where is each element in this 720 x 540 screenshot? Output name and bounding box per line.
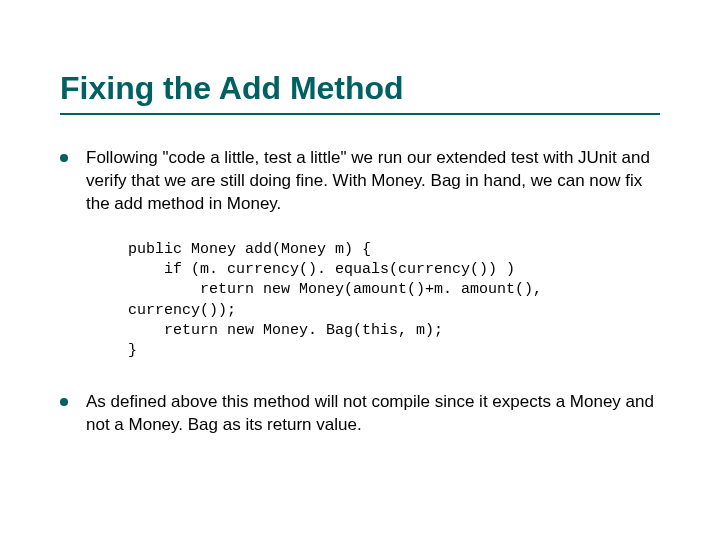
bullet-item: As defined above this method will not co… [60, 391, 660, 437]
title-underline [60, 113, 660, 115]
bullet-item: Following "code a little, test a little"… [60, 147, 660, 216]
slide-title: Fixing the Add Method [60, 70, 660, 107]
bullet-text: Following "code a little, test a little"… [86, 147, 660, 216]
bullet-icon [60, 154, 68, 162]
slide: Fixing the Add Method Following "code a … [0, 0, 720, 540]
bullet-icon [60, 398, 68, 406]
bullet-text: As defined above this method will not co… [86, 391, 660, 437]
code-block: public Money add(Money m) { if (m. curre… [128, 240, 660, 362]
